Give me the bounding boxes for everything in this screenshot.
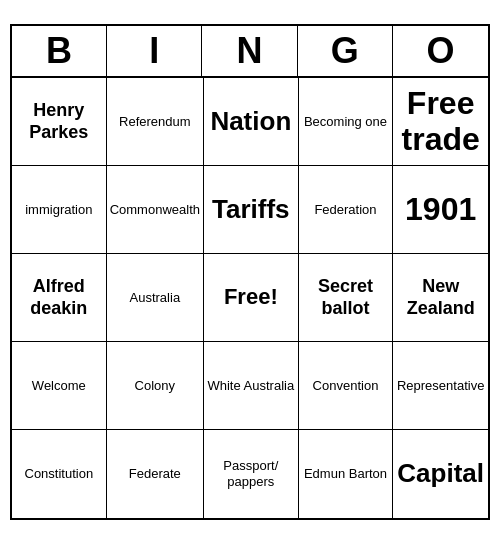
bingo-cell: Colony: [107, 342, 204, 430]
header-letter: G: [298, 26, 393, 76]
bingo-cell: 1901: [393, 166, 488, 254]
bingo-cell: immigration: [12, 166, 107, 254]
bingo-cell: Commonwealth: [107, 166, 204, 254]
bingo-cell: Capital: [393, 430, 488, 518]
bingo-cell: Convention: [299, 342, 394, 430]
bingo-cell: Welcome: [12, 342, 107, 430]
bingo-cell: Passport/ pappers: [204, 430, 299, 518]
bingo-cell: Constitution: [12, 430, 107, 518]
bingo-cell: Becoming one: [299, 78, 394, 166]
bingo-cell: Nation: [204, 78, 299, 166]
header-letter: O: [393, 26, 488, 76]
bingo-cell: Edmun Barton: [299, 430, 394, 518]
bingo-cell: Federate: [107, 430, 204, 518]
bingo-cell: Australia: [107, 254, 204, 342]
bingo-header: BINGO: [12, 26, 488, 78]
bingo-cell: White Australia: [204, 342, 299, 430]
bingo-cell: Henry Parkes: [12, 78, 107, 166]
bingo-card: BINGO Henry ParkesReferendumNationBecomi…: [10, 24, 490, 520]
bingo-grid: Henry ParkesReferendumNationBecoming one…: [12, 78, 488, 518]
bingo-cell: Free!: [204, 254, 299, 342]
bingo-cell: Representative: [393, 342, 488, 430]
header-letter: I: [107, 26, 202, 76]
header-letter: B: [12, 26, 107, 76]
bingo-cell: New Zealand: [393, 254, 488, 342]
bingo-cell: Alfred deakin: [12, 254, 107, 342]
bingo-cell: Federation: [299, 166, 394, 254]
bingo-cell: Secret ballot: [299, 254, 394, 342]
header-letter: N: [202, 26, 297, 76]
bingo-cell: Free trade: [393, 78, 488, 166]
bingo-cell: Tariffs: [204, 166, 299, 254]
bingo-cell: Referendum: [107, 78, 204, 166]
